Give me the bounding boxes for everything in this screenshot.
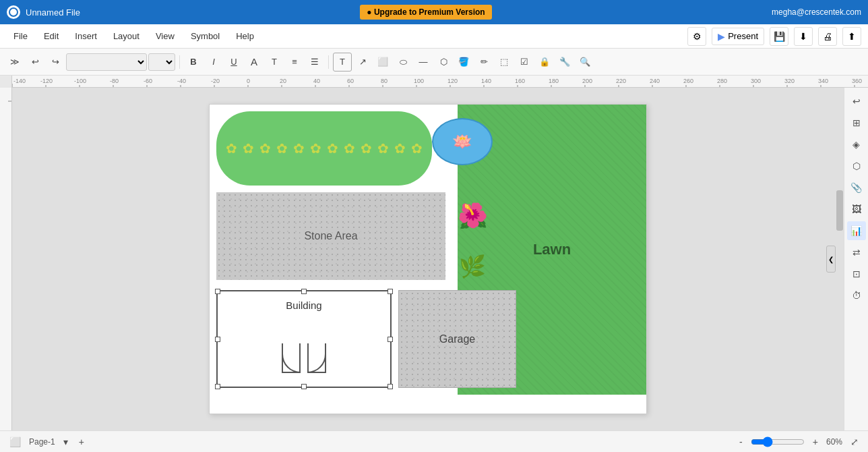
ruler-area: -140 -120 -100 -80 -60 -40 -20 0 20 40: [0, 76, 868, 88]
handle-br[interactable]: [388, 384, 393, 389]
handle-tl[interactable]: [215, 289, 220, 294]
ellipse-button[interactable]: ⬭: [394, 53, 412, 72]
svg-text:260: 260: [683, 78, 693, 84]
rp-image-button[interactable]: 🖼: [847, 200, 866, 219]
tools-button[interactable]: 🔧: [555, 53, 574, 72]
handle-tm[interactable]: [301, 289, 307, 294]
rp-table-button[interactable]: 📊: [847, 221, 866, 240]
pond-area: 🪷: [432, 118, 493, 165]
handle-bl[interactable]: [215, 384, 220, 389]
shape-button[interactable]: ⬜: [373, 53, 392, 72]
menu-file[interactable]: File: [7, 28, 34, 44]
vertical-scrollbar[interactable]: [836, 88, 844, 430]
undo-button[interactable]: ↩: [26, 53, 44, 72]
canvas-area[interactable]: Lawn ✿ ✿ ✿ ✿ ✿ ✿ ✿ ✿ ✿ ✿ ✿ ✿ 🪷: [12, 88, 844, 430]
present-label: Present: [728, 31, 758, 41]
checkbox-button[interactable]: ☑: [515, 53, 534, 72]
handle-ml[interactable]: [215, 337, 220, 342]
svg-text:280: 280: [717, 78, 727, 84]
rp-undo-button[interactable]: ↩: [847, 92, 866, 111]
svg-text:160: 160: [515, 78, 525, 84]
rp-grid-button[interactable]: ⊞: [847, 113, 866, 132]
redo-button[interactable]: ↪: [46, 53, 65, 72]
rp-shapes-button[interactable]: ⬡: [847, 157, 866, 175]
save-button[interactable]: 💾: [770, 27, 788, 46]
fit-page-button[interactable]: ⤢: [848, 435, 861, 449]
bold-button[interactable]: B: [184, 53, 203, 72]
handle-bm[interactable]: [301, 384, 307, 389]
print-button[interactable]: 🖨: [818, 27, 837, 46]
ruler-corner: [0, 76, 12, 88]
garage-label: Garage: [439, 333, 475, 345]
svg-text:220: 220: [616, 78, 626, 84]
list-button[interactable]: ☰: [305, 53, 324, 72]
menu-layout[interactable]: Layout: [106, 28, 146, 44]
rp-expand-button[interactable]: ⊡: [847, 264, 866, 283]
lock-button[interactable]: 🔒: [535, 53, 554, 72]
menu-symbol[interactable]: Symbol: [184, 28, 226, 44]
tree-7: ✿: [327, 140, 338, 157]
font-family-select[interactable]: [66, 53, 147, 71]
collapse-panel-button[interactable]: ❮: [826, 246, 836, 273]
fill-button[interactable]: 🪣: [454, 53, 473, 72]
border-button[interactable]: ⬚: [495, 53, 514, 72]
menu-view[interactable]: View: [149, 28, 181, 44]
svg-text:-100: -100: [74, 78, 86, 84]
zoom-out-button[interactable]: -: [737, 435, 745, 449]
main-area: Lawn ✿ ✿ ✿ ✿ ✿ ✿ ✿ ✿ ✿ ✿ ✿ ✿ 🪷: [0, 88, 868, 430]
plant-2: 🌿: [452, 246, 493, 287]
share-button[interactable]: ⬆: [842, 27, 861, 46]
handle-tr[interactable]: [388, 289, 393, 294]
building-area[interactable]: Building: [216, 290, 392, 388]
page-dropdown-button[interactable]: ▾: [61, 435, 71, 449]
user-email: megha@crescentek.com: [772, 7, 861, 17]
settings-button[interactable]: ⚙: [687, 27, 706, 46]
rp-clip-button[interactable]: 📎: [847, 178, 866, 197]
italic-button[interactable]: I: [204, 53, 223, 72]
font-size-select[interactable]: [148, 53, 175, 71]
zoom-level: 60%: [826, 437, 842, 447]
search-button[interactable]: 🔍: [576, 53, 594, 72]
page-settings-button[interactable]: ⬜: [7, 435, 24, 449]
present-button[interactable]: ▶ Present: [712, 28, 764, 45]
underline-button[interactable]: U: [224, 53, 243, 72]
svg-text:-40: -40: [177, 78, 186, 84]
door-left: [282, 343, 301, 373]
rp-layers-button[interactable]: ◈: [847, 135, 866, 154]
add-page-button[interactable]: +: [76, 435, 87, 449]
more-tools-button[interactable]: ≫: [5, 53, 24, 72]
svg-text:120: 120: [447, 78, 458, 84]
extra-shape-button[interactable]: ⬡: [434, 53, 453, 72]
handle-mr[interactable]: [388, 337, 393, 342]
upgrade-button[interactable]: ● Upgrade to Premium Version: [360, 5, 491, 20]
rp-history-button[interactable]: ⏱: [847, 286, 866, 305]
page-label: Page-1: [29, 437, 55, 447]
menu-edit[interactable]: Edit: [37, 28, 65, 44]
svg-text:100: 100: [414, 78, 424, 84]
tree-10: ✿: [377, 140, 389, 157]
menu-help[interactable]: Help: [229, 28, 261, 44]
svg-text:300: 300: [751, 78, 761, 84]
app-logo: [7, 5, 20, 19]
svg-text:320: 320: [784, 78, 795, 84]
menu-insert[interactable]: Insert: [68, 28, 104, 44]
text-style-button[interactable]: T: [265, 53, 284, 72]
svg-rect-53: [0, 88, 12, 425]
scrollbar-thumb[interactable]: [836, 190, 843, 231]
pencil-button[interactable]: ✏: [474, 53, 493, 72]
align-button[interactable]: ≡: [285, 53, 304, 72]
zoom-slider[interactable]: [751, 436, 805, 447]
line-button[interactable]: —: [414, 53, 433, 72]
svg-text:-120: -120: [40, 78, 53, 84]
building-doors: [282, 343, 326, 373]
download-button[interactable]: ⬇: [794, 27, 813, 46]
font-color-button[interactable]: A: [245, 53, 264, 72]
svg-text:80: 80: [381, 78, 388, 84]
rp-flow-button[interactable]: ⇄: [847, 243, 866, 262]
tree-2: ✿: [243, 140, 254, 157]
text-tool-button[interactable]: T: [333, 53, 352, 72]
zoom-in-button[interactable]: +: [810, 435, 821, 449]
connector-button[interactable]: ↗: [353, 53, 372, 72]
tree-5: ✿: [293, 140, 305, 157]
titlebar: Unnamed File ● Upgrade to Premium Versio…: [0, 0, 868, 24]
